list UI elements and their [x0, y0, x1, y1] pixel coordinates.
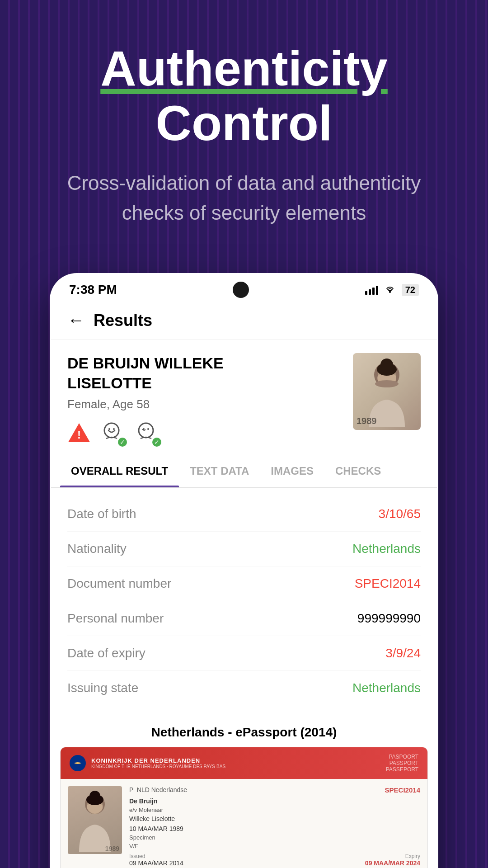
- phone-wrapper: 7:38 PM: [0, 255, 488, 868]
- person-name: DE BRUIJN WILLEKELISELOTTE: [67, 353, 353, 393]
- data-row-issuing: Issuing state Netherlands: [67, 671, 421, 705]
- document-section: Netherlands - ePassport (2014) KONINKRIJ…: [51, 714, 437, 868]
- person-section: DE BRUIJN WILLEKELISELOTTE Female, Age 5…: [51, 340, 437, 446]
- tab-text-data[interactable]: TEXT DATA: [179, 455, 260, 487]
- person-photo: 1989: [353, 353, 421, 430]
- tabs-bar: OVERALL RESULT TEXT DATA IMAGES CHECKS: [51, 455, 437, 488]
- personal-label: Personal number: [67, 611, 164, 626]
- app-title: Results: [94, 311, 152, 330]
- tab-overall-result[interactable]: OVERALL RESULT: [60, 455, 179, 487]
- person-meta: Female, Age 58: [67, 397, 353, 411]
- svg-point-13: [377, 363, 397, 376]
- dob-label: Date of birth: [67, 507, 136, 521]
- status-bar: 7:38 PM: [51, 274, 437, 302]
- photo-year: 1989: [357, 416, 377, 426]
- status-time: 7:38 PM: [69, 283, 117, 297]
- camera-notch: [233, 282, 249, 298]
- svg-point-4: [108, 428, 110, 430]
- status-icons: 72: [365, 283, 419, 296]
- hero-title: Authenticity Control: [36, 41, 452, 150]
- check-badge-1: ✓: [117, 437, 128, 448]
- data-row-expiry: Date of expiry 3/9/24: [67, 636, 421, 671]
- svg-text:!: !: [77, 429, 81, 441]
- expiry-label: Date of expiry: [67, 646, 145, 660]
- svg-point-8: [147, 428, 149, 430]
- data-row-nationality: Nationality Netherlands: [67, 532, 421, 566]
- hero-subtitle: Cross-validation of data and authenticit…: [36, 168, 452, 228]
- issuing-value: Netherlands: [352, 681, 421, 695]
- nationality-value: Netherlands: [352, 542, 421, 556]
- face-check-icon-1: ✓: [100, 420, 125, 446]
- tab-images[interactable]: IMAGES: [260, 455, 324, 487]
- docnum-label: Document number: [67, 576, 171, 591]
- passport-image: KONINKRIJK DER NEDERLANDEN KINGDOM OF TH…: [60, 747, 428, 868]
- svg-point-5: [113, 428, 115, 430]
- person-icons: ! ✓: [67, 420, 353, 446]
- svg-point-3: [104, 423, 119, 438]
- expiry-value: 3/9/24: [385, 646, 421, 660]
- data-row-dob: Date of birth 3/10/65: [67, 497, 421, 532]
- svg-point-6: [139, 423, 153, 438]
- battery-icon: 72: [402, 284, 419, 296]
- svg-point-11: [375, 380, 399, 387]
- nationality-label: Nationality: [67, 542, 127, 556]
- app-header: ← Results: [51, 302, 437, 340]
- svg-point-18: [86, 794, 103, 805]
- svg-point-7: [143, 428, 145, 430]
- tab-checks[interactable]: CHECKS: [324, 455, 392, 487]
- back-button[interactable]: ←: [67, 311, 84, 330]
- check-badge-2: ✓: [151, 437, 162, 448]
- dob-value: 3/10/65: [379, 507, 421, 521]
- data-section: Date of birth 3/10/65 Nationality Nether…: [51, 488, 437, 714]
- phone-mockup: 7:38 PM: [50, 273, 438, 868]
- face-check-icon-2: ✓: [134, 420, 160, 446]
- data-row-personal: Personal number 999999990: [67, 601, 421, 636]
- docnum-value: SPECI2014: [355, 576, 421, 591]
- signal-icon: [365, 285, 378, 295]
- issuing-label: Issuing state: [67, 681, 138, 695]
- data-row-docnum: Document number SPECI2014: [67, 566, 421, 601]
- svg-point-0: [389, 291, 391, 293]
- person-info: DE BRUIJN WILLEKELISELOTTE Female, Age 5…: [67, 353, 353, 446]
- wifi-icon: [384, 283, 396, 296]
- document-title: Netherlands - ePassport (2014): [51, 714, 437, 747]
- hero-section: Authenticity Control Cross-validation of…: [0, 0, 488, 255]
- warning-icon: !: [67, 421, 91, 445]
- personal-value: 999999990: [357, 611, 421, 626]
